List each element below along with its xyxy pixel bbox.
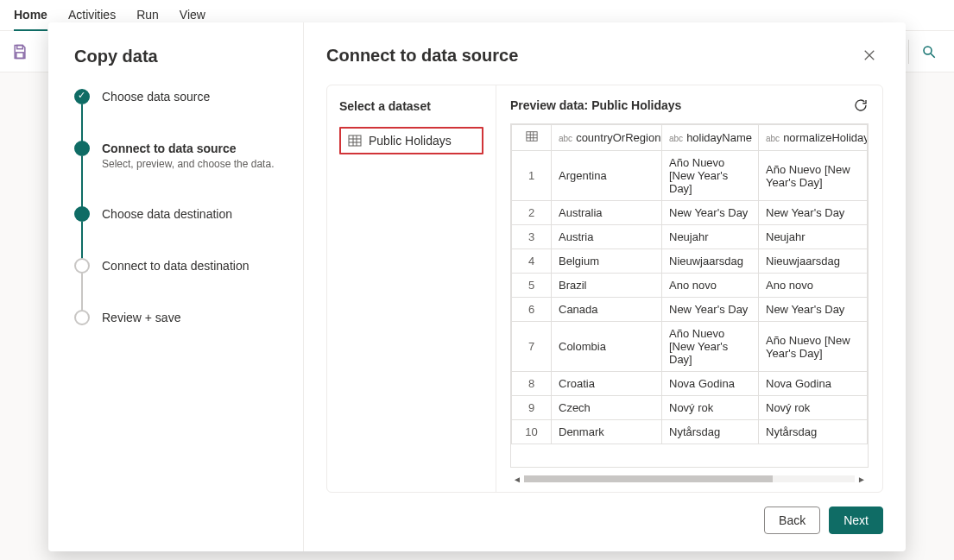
toolbar-divider: [908, 40, 909, 64]
table-row[interactable]: 1ArgentinaAño Nuevo [New Year's Day]Año …: [512, 151, 868, 201]
row-number: 10: [512, 420, 552, 444]
table-row[interactable]: 6CanadaNew Year's DayNew Year's Day: [512, 298, 868, 322]
cell-holidayName: Nieuwjaarsdag: [662, 249, 759, 274]
cell-holidayName: New Year's Day: [662, 201, 759, 225]
cell-countryOrRegion: Croatia: [552, 372, 662, 396]
cell-countryOrRegion: Argentina: [552, 151, 662, 201]
back-button[interactable]: Back: [764, 507, 820, 534]
cell-holidayName: Neujahr: [662, 225, 759, 249]
row-number: 9: [512, 396, 552, 420]
wizard-step[interactable]: Review + save: [74, 310, 286, 325]
cell-countryOrRegion: Denmark: [552, 420, 662, 444]
table-row[interactable]: 2AustraliaNew Year's DayNew Year's Day: [512, 201, 868, 225]
table-row[interactable]: 5BrazilAno novoAno novo: [512, 274, 868, 298]
wizard-main-title: Connect to data source: [326, 46, 518, 66]
column-type: abc: [559, 134, 572, 143]
table-row[interactable]: 7ColombiaAño Nuevo [New Year's Day]Año N…: [512, 322, 868, 372]
step-dot-icon: [74, 141, 90, 156]
dataset-list-panel: Select a dataset Public Holidays: [327, 85, 496, 492]
cell-normalizeHolidayName: Nytårsdag: [759, 420, 868, 444]
wizard-footer: Back Next: [326, 507, 883, 534]
preview-table: abccountryOrRegionabcholidayNameabcnorma…: [511, 124, 868, 444]
wizard-title: Copy data: [74, 47, 286, 66]
row-number: 4: [512, 249, 552, 274]
dataset-item[interactable]: Public Holidays: [339, 127, 483, 154]
row-number: 8: [512, 372, 552, 396]
cell-countryOrRegion: Brazil: [552, 274, 662, 298]
horizontal-scrollbar[interactable]: ◄ ►: [512, 473, 867, 485]
column-header[interactable]: abccountryOrRegion: [552, 125, 662, 151]
wizard-step[interactable]: Connect to data destination: [74, 258, 286, 310]
column-name: countryOrRegion: [576, 131, 660, 144]
cell-normalizeHolidayName: Neujahr: [759, 225, 868, 249]
column-header[interactable]: abcnormalizeHolidayName: [759, 125, 868, 151]
close-button[interactable]: [856, 41, 883, 69]
save-icon[interactable]: [10, 42, 29, 61]
search-icon[interactable]: [921, 44, 937, 60]
svg-rect-1: [16, 52, 23, 58]
dataset-card: Select a dataset Public Holidays Preview…: [326, 85, 883, 493]
table-row[interactable]: 8CroatiaNova GodinaNova Godina: [512, 372, 868, 396]
cell-countryOrRegion: Australia: [552, 201, 662, 225]
row-number: 3: [512, 225, 552, 249]
preview-table-wrap: abccountryOrRegionabcholidayNameabcnorma…: [510, 123, 869, 468]
step-label: Connect to data destination: [102, 258, 249, 274]
cell-holidayName: Ano novo: [662, 274, 759, 298]
step-label: Review + save: [102, 310, 180, 325]
table-icon: [526, 130, 538, 142]
column-name: normalizeHolidayName: [783, 131, 867, 144]
column-type: abc: [669, 134, 683, 143]
preview-title: Preview data: Public Holidays: [510, 98, 681, 112]
cell-holidayName: Año Nuevo [New Year's Day]: [662, 151, 759, 201]
step-label: Connect to data source: [102, 141, 274, 156]
wizard-step[interactable]: Connect to data sourceSelect, preview, a…: [74, 141, 286, 206]
step-dot-icon: [74, 206, 90, 222]
cell-holidayName: New Year's Day: [662, 298, 759, 322]
cell-countryOrRegion: Austria: [552, 225, 662, 249]
scroll-left-icon[interactable]: ◄: [512, 473, 522, 485]
ribbon-tab-home[interactable]: Home: [14, 0, 47, 31]
step-dot-icon: [74, 258, 90, 274]
cell-normalizeHolidayName: New Year's Day: [759, 298, 868, 322]
cell-holidayName: Año Nuevo [New Year's Day]: [662, 322, 759, 372]
column-type: abc: [766, 134, 780, 143]
table-row[interactable]: 3AustriaNeujahrNeujahr: [512, 225, 868, 249]
table-corner: [512, 125, 552, 151]
cell-countryOrRegion: Belgium: [552, 249, 662, 274]
step-label: Choose data destination: [102, 206, 232, 222]
cell-holidayName: Nový rok: [662, 396, 759, 420]
svg-rect-0: [17, 45, 23, 48]
table-icon: [348, 134, 362, 148]
cell-countryOrRegion: Canada: [552, 298, 662, 322]
preview-panel: Preview data: Public Holidays abccountry…: [496, 85, 882, 492]
next-button[interactable]: Next: [829, 507, 883, 534]
dataset-list-title: Select a dataset: [339, 99, 483, 113]
step-dot-icon: [74, 310, 90, 325]
table-row[interactable]: 10DenmarkNytårsdagNytårsdag: [512, 420, 868, 444]
row-number: 5: [512, 274, 552, 298]
refresh-icon[interactable]: [853, 98, 869, 113]
svg-line-3: [931, 53, 935, 58]
table-row[interactable]: 9CzechNový rokNový rok: [512, 396, 868, 420]
step-label: Choose data source: [102, 89, 210, 104]
cell-holidayName: Nytårsdag: [662, 420, 759, 444]
cell-countryOrRegion: Colombia: [552, 322, 662, 372]
wizard-main: Connect to data source Select a dataset …: [304, 22, 906, 551]
cell-normalizeHolidayName: Nieuwjaarsdag: [759, 249, 868, 274]
table-row[interactable]: 4BelgiumNieuwjaarsdagNieuwjaarsdag: [512, 249, 868, 274]
wizard-step[interactable]: Choose data source: [74, 89, 286, 141]
svg-rect-11: [526, 132, 536, 142]
cell-normalizeHolidayName: Nova Godina: [759, 372, 868, 396]
row-number: 2: [512, 201, 552, 225]
scroll-right-icon[interactable]: ►: [856, 473, 867, 485]
copy-data-modal: Copy data Choose data sourceConnect to d…: [48, 22, 906, 551]
wizard-step[interactable]: Choose data destination: [74, 206, 286, 258]
cell-normalizeHolidayName: Año Nuevo [New Year's Day]: [759, 322, 868, 372]
column-header[interactable]: abcholidayName: [662, 125, 759, 151]
cell-countryOrRegion: Czech: [552, 396, 662, 420]
cell-normalizeHolidayName: Nový rok: [759, 396, 868, 420]
svg-rect-6: [349, 135, 361, 146]
cell-holidayName: Nova Godina: [662, 372, 759, 396]
step-desc: Select, preview, and choose the data.: [102, 158, 274, 170]
row-number: 1: [512, 151, 552, 201]
